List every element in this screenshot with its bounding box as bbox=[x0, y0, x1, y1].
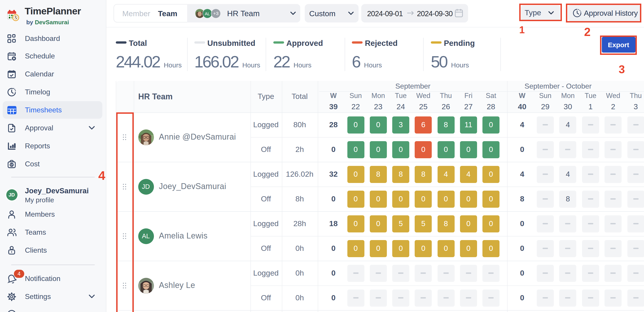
svg-text:AL: AL bbox=[205, 11, 210, 16]
svg-text:$: $ bbox=[11, 163, 13, 167]
svg-text:+3: +3 bbox=[213, 11, 218, 16]
